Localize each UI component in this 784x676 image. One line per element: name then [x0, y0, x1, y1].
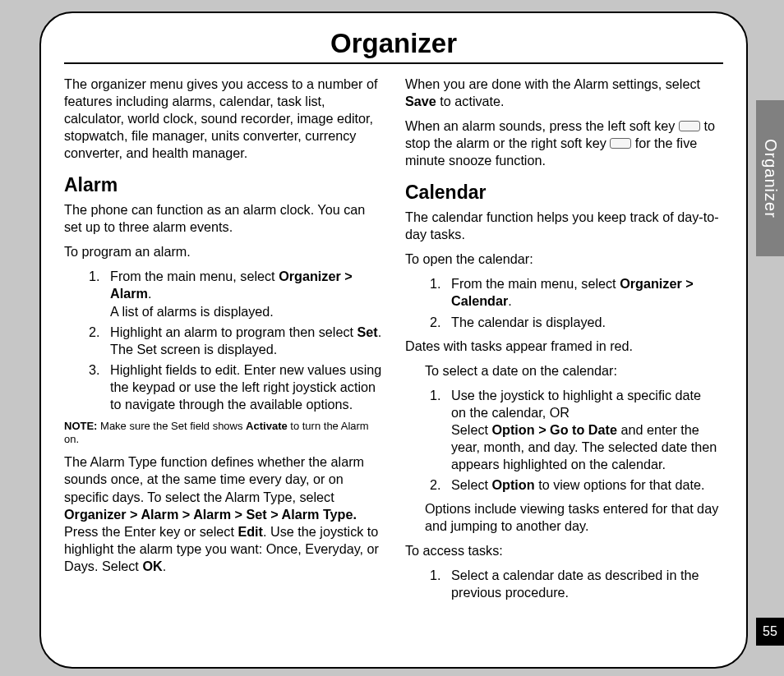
- alarm-sound-paragraph: When an alarm sounds, press the left sof…: [405, 117, 723, 169]
- left-softkey-icon: [679, 121, 700, 131]
- section-tab: Organizer: [756, 100, 784, 256]
- alarm-note: NOTE: Make sure the Set field shows Acti…: [64, 420, 382, 447]
- alarm-save-paragraph: When you are done with the Alarm setting…: [405, 76, 723, 110]
- alarm-step-3: Highlight fields to edit. Enter new valu…: [104, 361, 382, 413]
- calendar-desc: The calendar function helps you keep tra…: [405, 209, 723, 243]
- two-column-layout: The organizer menu gives you access to a…: [64, 76, 723, 608]
- calendar-heading: Calendar: [405, 181, 723, 205]
- right-softkey-icon: [610, 138, 631, 149]
- alarm-steps: From the main menu, select Organizer > A…: [64, 268, 382, 413]
- select-date-intro: To select a date on the calendar:: [405, 362, 723, 379]
- select-date-steps: Use the joystick to highlight a specific…: [405, 387, 723, 494]
- alarm-program-intro: To program an alarm.: [64, 243, 382, 260]
- access-tasks-intro: To access tasks:: [405, 542, 723, 559]
- cal-step-1: From the main menu, select Organizer > C…: [445, 275, 723, 310]
- cal-step-2: The calendar is displayed.: [445, 314, 723, 331]
- manual-page: Organizer The organizer menu gives you a…: [39, 11, 748, 669]
- calendar-open-steps: From the main menu, select Organizer > C…: [405, 275, 723, 330]
- page-number: 55: [756, 618, 784, 646]
- left-column: The organizer menu gives you access to a…: [64, 76, 382, 608]
- calendar-open-intro: To open the calendar:: [405, 251, 723, 268]
- alarm-step-2: Highlight an alarm to program then selec…: [104, 324, 382, 358]
- dates-framed-paragraph: Dates with tasks appear framed in red.: [405, 338, 723, 355]
- alarm-type-paragraph: The Alarm Type function defines whether …: [64, 453, 382, 574]
- task-step-1: Select a calendar date as described in t…: [445, 567, 723, 601]
- page-title: Organizer: [64, 28, 723, 62]
- alarm-step-1: From the main menu, select Organizer > A…: [104, 268, 382, 320]
- right-column: When you are done with the Alarm setting…: [405, 76, 723, 608]
- date-step-1: Use the joystick to highlight a specific…: [445, 387, 723, 473]
- alarm-heading: Alarm: [64, 173, 382, 198]
- access-tasks-steps: Select a calendar date as described in t…: [405, 567, 723, 601]
- title-rule: [64, 62, 723, 64]
- date-step-2: Select Option to view options for that d…: [445, 476, 723, 494]
- intro-paragraph: The organizer menu gives you access to a…: [64, 76, 382, 162]
- alarm-desc: The phone can function as an alarm clock…: [64, 201, 382, 236]
- options-paragraph: Options include viewing tasks entered fo…: [405, 500, 723, 535]
